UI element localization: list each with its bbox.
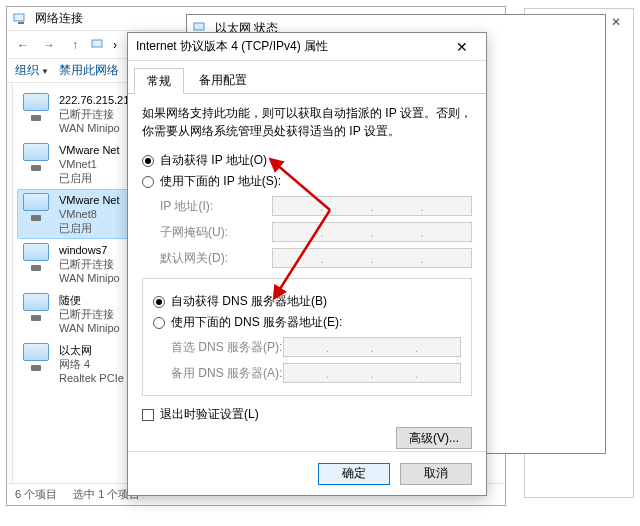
label-dns2: 备用 DNS 服务器(A): — [153, 365, 283, 382]
input-gateway: ... — [272, 248, 472, 268]
intro-text: 如果网络支持此功能，则可以获取自动指派的 IP 设置。否则，你需要从网络系统管理… — [142, 104, 472, 140]
label-ip: IP 地址(I): — [142, 198, 272, 215]
tab-general[interactable]: 常规 — [134, 68, 184, 94]
connection-icon — [21, 93, 53, 121]
radio-label: 自动获得 IP 地址(O) — [160, 152, 267, 169]
network-icon — [91, 37, 107, 53]
organize-menu[interactable]: 组织▼ — [15, 62, 49, 79]
label-gateway: 默认网关(D): — [142, 250, 272, 267]
connection-icon — [21, 143, 53, 171]
dialog-title: Internet 协议版本 4 (TCP/IPv4) 属性 — [136, 38, 328, 55]
explorer-title: 网络连接 — [35, 10, 83, 27]
back-button[interactable]: ← — [13, 35, 33, 55]
svg-rect-3 — [194, 23, 204, 30]
input-ip: ... — [272, 196, 472, 216]
up-button[interactable]: ↑ — [65, 35, 85, 55]
checkbox-icon — [142, 409, 154, 421]
connection-icon — [21, 293, 53, 321]
dialog-footer: 确定 取消 — [128, 451, 486, 495]
ok-button[interactable]: 确定 — [318, 463, 390, 485]
ip-group: 自动获得 IP 地址(O) 使用下面的 IP 地址(S): IP 地址(I): … — [142, 152, 472, 268]
dns-group: 自动获得 DNS 服务器地址(B) 使用下面的 DNS 服务器地址(E): 首选… — [142, 278, 472, 396]
close-button[interactable]: ✕ — [446, 39, 478, 55]
ipv4-properties-dialog: Internet 协议版本 4 (TCP/IPv4) 属性 ✕ 常规 备用配置 … — [127, 32, 487, 496]
radio-label: 使用下面的 IP 地址(S): — [160, 173, 281, 190]
dialog-titlebar: Internet 协议版本 4 (TCP/IPv4) 属性 ✕ — [128, 33, 486, 61]
radio-icon — [142, 176, 154, 188]
input-dns1: ... — [283, 337, 461, 357]
input-dns2: ... — [283, 363, 461, 383]
advanced-button[interactable]: 高级(V)... — [396, 427, 472, 449]
cancel-button[interactable]: 取消 — [400, 463, 472, 485]
connection-icon — [21, 193, 53, 221]
connection-icon — [21, 243, 53, 271]
radio-icon — [153, 317, 165, 329]
connection-icon — [21, 343, 53, 371]
radio-manual-dns[interactable]: 使用下面的 DNS 服务器地址(E): — [153, 314, 461, 331]
network-icon — [13, 11, 29, 27]
radio-auto-dns[interactable]: 自动获得 DNS 服务器地址(B) — [153, 293, 461, 310]
svg-rect-1 — [18, 22, 24, 24]
breadcrumb-sep: › — [113, 38, 117, 52]
svg-rect-0 — [14, 14, 24, 21]
disable-network-button[interactable]: 禁用此网络 — [59, 62, 119, 79]
status-count: 6 个项目 — [15, 487, 57, 502]
label-dns1: 首选 DNS 服务器(P): — [153, 339, 283, 356]
validate-checkbox-row[interactable]: 退出时验证设置(L) — [142, 406, 472, 423]
tab-alternate[interactable]: 备用配置 — [186, 67, 260, 93]
radio-icon — [153, 296, 165, 308]
radio-label: 使用下面的 DNS 服务器地址(E): — [171, 314, 342, 331]
label-mask: 子网掩码(U): — [142, 224, 272, 241]
radio-label: 自动获得 DNS 服务器地址(B) — [171, 293, 327, 310]
radio-auto-ip[interactable]: 自动获得 IP 地址(O) — [142, 152, 472, 169]
input-mask: ... — [272, 222, 472, 242]
svg-rect-2 — [92, 40, 102, 47]
radio-manual-ip[interactable]: 使用下面的 IP 地址(S): — [142, 173, 472, 190]
dialog-body: 如果网络支持此功能，则可以获取自动指派的 IP 设置。否则，你需要从网络系统管理… — [128, 94, 486, 459]
forward-button[interactable]: → — [39, 35, 59, 55]
radio-icon — [142, 155, 154, 167]
checkbox-label: 退出时验证设置(L) — [160, 406, 259, 423]
tab-strip: 常规 备用配置 — [128, 61, 486, 94]
